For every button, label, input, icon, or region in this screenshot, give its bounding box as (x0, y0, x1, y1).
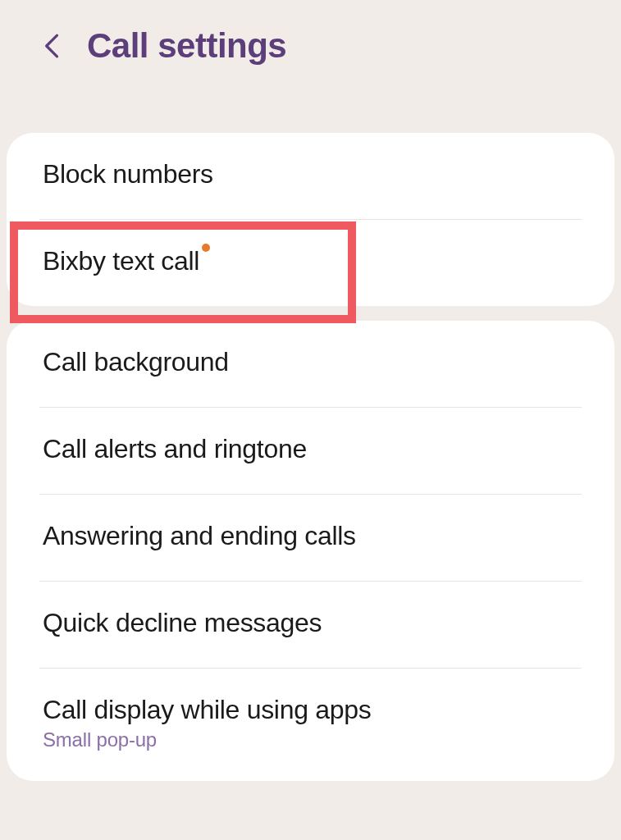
list-item-label: Call display while using apps (43, 695, 582, 725)
list-item-subtitle: Small pop-up (43, 728, 582, 751)
chevron-left-icon (43, 31, 62, 61)
list-item-call-display[interactable]: Call display while using apps Small pop-… (7, 669, 614, 781)
list-item-bixby-text-call[interactable]: Bixby text call (7, 220, 614, 306)
list-item-answering-ending[interactable]: Answering and ending calls (7, 495, 614, 581)
settings-section-1: Block numbers Bixby text call (7, 133, 614, 306)
list-item-block-numbers[interactable]: Block numbers (7, 133, 614, 219)
list-item-call-alerts[interactable]: Call alerts and ringtone (7, 408, 614, 494)
settings-section-2: Call background Call alerts and ringtone… (7, 321, 614, 781)
back-button[interactable] (41, 34, 64, 57)
page-title: Call settings (87, 26, 286, 66)
list-item-label: Call alerts and ringtone (43, 434, 582, 464)
list-item-quick-decline[interactable]: Quick decline messages (7, 582, 614, 668)
new-badge-dot-icon (202, 244, 210, 252)
list-item-label: Block numbers (43, 159, 582, 189)
list-item-label: Bixby text call (43, 246, 199, 276)
list-item-label: Quick decline messages (43, 608, 582, 638)
list-item-label: Answering and ending calls (43, 521, 582, 551)
header: Call settings (0, 0, 621, 92)
list-item-label: Call background (43, 347, 582, 377)
list-item-call-background[interactable]: Call background (7, 321, 614, 407)
